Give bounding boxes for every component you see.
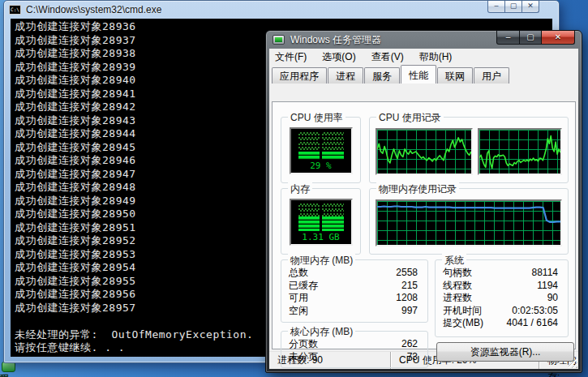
- physical-memory-group-label: 物理内存 (MB): [288, 254, 355, 268]
- stat-row: 线程数1194: [436, 280, 568, 293]
- memory-group: 内存 1.31 GB: [281, 188, 361, 255]
- stat-row: 总数2558: [281, 267, 427, 280]
- resource-monitor-button[interactable]: 资源监视器(R)...: [436, 342, 574, 362]
- minimize-button[interactable]: ‒: [487, 1, 505, 13]
- tab-性能[interactable]: 性能: [401, 65, 436, 84]
- kernel-memory-group-label: 核心内存 (MB): [288, 325, 355, 339]
- taskman-caption-buttons: ‒ ▢ ✕: [497, 31, 575, 45]
- stat-row: 句柄数88114: [436, 267, 568, 280]
- menu-item[interactable]: 帮助(H): [419, 50, 453, 64]
- memory-history-group-label: 物理内存使用记录: [376, 182, 459, 196]
- cmd-window-title: C:\Windows\system32\cmd.exe: [26, 4, 161, 15]
- system-rows: 句柄数88114线程数1194进程数90开机时间0:02:53:05提交(MB)…: [436, 267, 568, 330]
- memory-value: 1.31 GB: [291, 232, 351, 242]
- taskman-client-area: 文件(F)选项(O)查看(V)帮助(H) 应用程序进程服务性能联网用户 CPU …: [269, 49, 578, 369]
- cpu-usage-value: 29 %: [291, 161, 351, 171]
- physical-memory-history-graph: [376, 199, 562, 246]
- close-button[interactable]: ✕: [541, 31, 575, 45]
- physical-memory-group: 物理内存 (MB) 总数2558已缓存215可用1208空闲997: [281, 259, 428, 323]
- maximize-button[interactable]: ▢: [504, 1, 522, 13]
- tab-进程[interactable]: 进程: [328, 67, 363, 84]
- cpu-usage-group: CPU 使用率 29 %: [281, 117, 361, 183]
- system-group-label: 系统: [442, 254, 466, 268]
- kernel-memory-rows: 分页数262未分页73: [281, 338, 427, 363]
- stat-row: 分页数262: [281, 338, 427, 351]
- console-text: 成功创建连接对象28936 成功创建连接对象28937 成功创建连接对象2893…: [15, 20, 253, 355]
- memory-group-label: 内存: [288, 182, 312, 196]
- tab-用户[interactable]: 用户: [474, 67, 509, 84]
- memory-meter: 1.31 GB: [290, 199, 353, 246]
- task-manager-window: Windows 任务管理器 ‒ ▢ ✕ 文件(F)选项(O)查看(V)帮助(H)…: [265, 30, 582, 373]
- menu-item[interactable]: 文件(F): [275, 50, 307, 64]
- stat-row: 空闲997: [281, 305, 427, 318]
- menu-bar: 文件(F)选项(O)查看(V)帮助(H): [269, 49, 578, 65]
- menu-item[interactable]: 查看(V): [371, 50, 404, 64]
- cmd-caption-buttons: ‒ ▢ ✕: [488, 1, 539, 13]
- minimize-button[interactable]: ‒: [496, 31, 520, 45]
- desktop-background: 程 C:\ C:\Windows\system32\cmd.exe ‒ ▢ ✕ …: [0, 0, 588, 377]
- tab-联网[interactable]: 联网: [437, 67, 473, 84]
- cpu-usage-meter: 29 %: [290, 127, 353, 174]
- close-button[interactable]: ✕: [521, 1, 539, 13]
- cpu-history-group: CPU 使用记录: [369, 117, 569, 183]
- maximize-button[interactable]: ▢: [519, 31, 542, 45]
- tab-服务[interactable]: 服务: [364, 67, 400, 84]
- memory-history-group: 物理内存使用记录: [369, 188, 569, 255]
- kernel-memory-group: 核心内存 (MB) 分页数262未分页73: [281, 331, 428, 368]
- stat-row: 进程数90: [436, 292, 568, 305]
- stat-row: 提交(MB)4041 / 6164: [436, 317, 568, 330]
- taskman-titlebar[interactable]: Windows 任务管理器 ‒ ▢ ✕: [266, 31, 582, 49]
- tab-应用程序[interactable]: 应用程序: [272, 67, 327, 84]
- task-manager-icon: [273, 35, 285, 45]
- stat-row: 未分页73: [281, 351, 427, 364]
- stat-row: 可用1208: [281, 292, 427, 305]
- stat-row: 已缓存215: [281, 280, 427, 293]
- taskman-window-title: Windows 任务管理器: [290, 33, 381, 47]
- desktop-shortcut-label: 程: [0, 372, 9, 377]
- tab-strip: 应用程序进程服务性能联网用户: [269, 65, 578, 84]
- physical-memory-rows: 总数2558已缓存215可用1208空闲997: [281, 267, 427, 317]
- cpu-usage-group-label: CPU 使用率: [288, 111, 346, 125]
- cpu-history-graph-core2: [478, 128, 562, 175]
- cpu-history-group-label: CPU 使用记录: [376, 111, 444, 125]
- performance-tab-page: CPU 使用率 29 % CPU 使用记录 内存: [272, 101, 576, 349]
- menu-item[interactable]: 选项(O): [322, 50, 355, 64]
- cpu-history-graph-core1: [376, 128, 473, 175]
- cmd-titlebar[interactable]: C:\ C:\Windows\system32\cmd.exe ‒ ▢ ✕: [4, 1, 559, 19]
- stat-row: 开机时间0:02:53:05: [436, 305, 568, 318]
- system-group: 系统 句柄数88114线程数1194进程数90开机时间0:02:53:05提交(…: [435, 259, 569, 337]
- cmd-icon: C:\: [9, 5, 21, 15]
